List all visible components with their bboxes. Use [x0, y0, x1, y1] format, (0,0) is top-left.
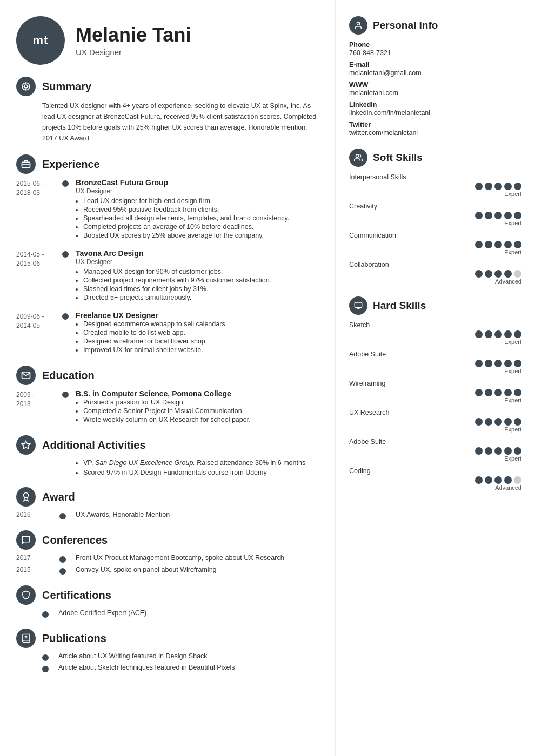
exp-role-0: UX Designer	[76, 187, 319, 195]
skill-dot	[485, 418, 492, 426]
skill-dot-empty	[514, 270, 521, 278]
www-value: melanietani.com	[349, 89, 521, 97]
list-item: Lead UX designer for high-end design fir…	[83, 197, 319, 205]
exp-date-2: 2009-06 - 2014-05	[16, 311, 59, 330]
list-item: LinkedIn linkedin.com/in/melanietani	[349, 101, 521, 117]
list-item: Article about UX Writing featured in Des…	[42, 652, 319, 661]
skill-dot	[514, 389, 521, 396]
edu-date-0: 2009 - 2013	[16, 389, 59, 409]
skill-dots	[349, 270, 521, 278]
soft-skills-title: Soft Skills	[373, 152, 423, 164]
exp-company-2: Freelance UX Designer	[76, 311, 319, 320]
skill-name: Creativity	[349, 202, 521, 210]
certifications-section: Certifications Adobe Certified Expert (A…	[16, 585, 319, 618]
skill-dot	[504, 360, 512, 367]
conf-year-0: 2017	[16, 554, 59, 562]
skill-dot	[504, 270, 512, 278]
skill-dot	[494, 418, 502, 426]
table-row: 2009-06 - 2014-05 Freelance UX Designer …	[16, 311, 319, 355]
skill-item-adobe-suite: Adobe Suite Expert	[349, 350, 521, 374]
experience-icon	[16, 154, 36, 174]
table-row: 2016 UX Awards, Honorable Mention	[16, 511, 319, 519]
conf-text-0: Front UX Product Management Bootcamp, sp…	[71, 554, 319, 562]
conferences-title: Conferences	[42, 534, 108, 546]
skill-dots	[349, 212, 521, 219]
award-title: Award	[42, 491, 75, 503]
award-year-0: 2016	[16, 511, 59, 518]
linkedin-value: linkedin.com/in/melanietani	[349, 109, 521, 117]
list-item: Managed UX design for 90% of customer jo…	[83, 268, 319, 275]
skill-dot	[494, 241, 502, 248]
skill-level: Advanced	[349, 278, 521, 285]
skill-name: UX Research	[349, 409, 521, 416]
edu-dot-0	[59, 389, 71, 398]
skill-name: Wireframing	[349, 380, 521, 387]
skill-dot	[485, 447, 492, 455]
skill-dot	[494, 389, 502, 396]
job-title: UX Designer	[76, 48, 191, 57]
skill-dot	[504, 183, 512, 190]
skill-item-collaboration: Collaboration Advanced	[349, 261, 521, 285]
list-item: Created mobile to do list web app.	[83, 329, 319, 336]
skill-dots	[349, 418, 521, 426]
skill-dot	[485, 389, 492, 396]
skill-dot	[485, 476, 492, 484]
skill-dot	[475, 389, 483, 396]
education-title: Education	[42, 369, 95, 382]
skill-dot	[514, 212, 521, 219]
skill-dot	[475, 183, 483, 190]
experience-section: Experience 2015-06 - 2018-03 BronzeCast …	[16, 154, 319, 355]
award-header: Award	[16, 487, 319, 507]
list-item: Wrote weekly column on UX Research for s…	[83, 416, 319, 423]
skill-dot	[494, 330, 502, 338]
skill-dots	[349, 447, 521, 455]
hard-skills-icon	[349, 296, 367, 315]
award-text-0: UX Awards, Honorable Mention	[71, 511, 319, 518]
edu-content-0: B.S. in Computer Science, Pomona College…	[71, 389, 319, 424]
skill-name: Communication	[349, 232, 521, 239]
list-item: Directed 5+ projects simultaneously.	[83, 294, 319, 301]
skill-dots	[349, 241, 521, 248]
hard-skills-header: Hard Skills	[349, 296, 521, 315]
skill-name: Sketch	[349, 321, 521, 329]
additional-bullets: VP, San Diego UX Excellence Group. Raise…	[76, 459, 319, 476]
publications-section: Publications Article about UX Writing fe…	[16, 629, 319, 672]
dot	[42, 666, 49, 672]
skill-level: Expert	[349, 455, 521, 462]
skill-dot	[485, 212, 492, 219]
summary-section: Summary Talented UX designer with 4+ yea…	[16, 77, 319, 144]
skill-dot	[494, 476, 502, 484]
dot	[62, 180, 69, 187]
award-section: Award 2016 UX Awards, Honorable Mention	[16, 487, 319, 519]
summary-icon	[16, 77, 36, 96]
phone-label: Phone	[349, 41, 521, 49]
exp-dot-0	[59, 178, 71, 187]
dot	[59, 568, 66, 575]
cert-text-0: Adobe Certified Expert (ACE)	[54, 609, 146, 617]
list-item: Received 95% positive feedback from clie…	[83, 206, 319, 213]
skill-dot	[485, 360, 492, 367]
conferences-section: Conferences 2017 Front UX Product Manage…	[16, 530, 319, 575]
right-column: Personal Info Phone 760-848-7321 E-mail …	[335, 0, 535, 756]
skill-level: Advanced	[349, 484, 521, 491]
svg-point-10	[24, 493, 29, 498]
award-dot-0	[59, 511, 71, 519]
skill-dot	[504, 330, 512, 338]
exp-content-0: BronzeCast Futura Group UX Designer Lead…	[71, 178, 319, 240]
education-icon	[16, 366, 36, 385]
skill-item-adobe-suite-2: Adobe Suite Expert	[349, 438, 521, 462]
skill-dot	[475, 212, 483, 219]
skill-dot	[504, 389, 512, 396]
list-item: E-mail melanietani@gmail.com	[349, 61, 521, 77]
svg-point-13	[357, 22, 359, 25]
exp-bullets-1: Managed UX design for 90% of customer jo…	[76, 268, 319, 301]
skill-dot	[475, 360, 483, 367]
list-item: Phone 760-848-7321	[349, 41, 521, 57]
table-row: 2015-06 - 2018-03 BronzeCast Futura Grou…	[16, 178, 319, 240]
www-label: WWW	[349, 81, 521, 89]
skill-dot	[494, 447, 502, 455]
exp-content-1: Tavona Arc Design UX Designer Managed UX…	[71, 249, 319, 302]
list-item: Completed projects an average of 10% bef…	[83, 223, 319, 231]
skill-name: Collaboration	[349, 261, 521, 268]
skill-dot	[494, 270, 502, 278]
